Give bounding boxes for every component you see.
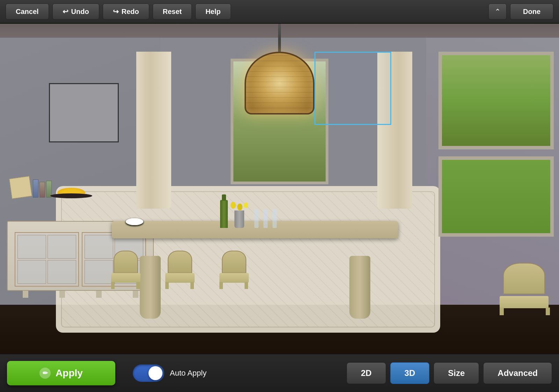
view-btn-group: 2D 3D Size Advanced — [347, 362, 552, 384]
plate — [126, 218, 143, 225]
open-book — [9, 176, 32, 199]
toggle-thumb — [148, 366, 162, 380]
cancel-button[interactable]: Cancel — [6, 3, 49, 20]
chairs-front — [108, 251, 252, 289]
cabinet-pane — [48, 235, 76, 259]
cabinet-pane — [17, 260, 46, 284]
undo-label: Undo — [71, 8, 89, 16]
chevron-up-button[interactable]: ⌃ — [488, 3, 507, 20]
window-right-top — [438, 52, 554, 149]
auto-apply-group: Auto Apply — [133, 364, 206, 382]
undo-button[interactable]: ↩ Undo — [52, 3, 99, 20]
cabinet-door-left — [15, 232, 79, 287]
book-2 — [39, 182, 45, 198]
chevron-up-icon: ⌃ — [495, 7, 501, 16]
selection-rectangle — [314, 52, 391, 125]
table-pedestal-right — [349, 256, 370, 319]
help-button[interactable]: Help — [195, 3, 231, 20]
chair-front-2 — [162, 251, 197, 289]
scene-view[interactable] — [0, 24, 559, 354]
curtain-left — [136, 52, 171, 209]
chair-front-3 — [217, 251, 252, 289]
chair-right — [496, 263, 552, 315]
auto-apply-toggle[interactable] — [133, 364, 164, 382]
wine-glass — [254, 209, 259, 228]
top-toolbar: Cancel ↩ Undo ↪ Redo Reset Help ⌃ Done — [0, 0, 559, 24]
advanced-button[interactable]: Advanced — [483, 362, 552, 384]
cabinet-pane — [17, 235, 46, 259]
chandelier-body — [245, 52, 314, 114]
pencil-icon: ✏ — [43, 369, 48, 377]
bottom-toolbar: ✏ Apply Auto Apply 2D 3D Size Advanced — [0, 354, 559, 392]
flower-vase — [231, 202, 248, 228]
3d-button[interactable]: 3D — [390, 362, 430, 384]
undo-icon: ↩ — [63, 7, 68, 16]
reset-button[interactable]: Reset — [153, 3, 192, 20]
book-1 — [33, 179, 38, 198]
wine-bottle — [220, 200, 228, 228]
chandelier — [245, 24, 314, 114]
wine-glass — [273, 209, 277, 228]
redo-icon: ↪ — [113, 7, 119, 16]
apply-button[interactable]: ✏ Apply — [7, 361, 115, 385]
window-right-bottom — [438, 156, 554, 237]
bowl-base — [50, 193, 92, 198]
auto-apply-label: Auto Apply — [170, 369, 206, 378]
redo-button[interactable]: ↪ Redo — [103, 3, 149, 20]
done-button[interactable]: Done — [510, 3, 553, 20]
apply-icon: ✏ — [39, 368, 51, 379]
cabinet-pane — [48, 260, 76, 284]
picture-frame[interactable] — [49, 83, 119, 142]
apply-label: Apply — [56, 368, 83, 379]
chair-front-1 — [108, 251, 143, 289]
chandelier-chain — [278, 24, 281, 52]
redo-label: Redo — [122, 8, 139, 16]
2d-button[interactable]: 2D — [347, 362, 386, 384]
size-button[interactable]: Size — [434, 362, 479, 384]
wine-glass — [263, 209, 268, 228]
